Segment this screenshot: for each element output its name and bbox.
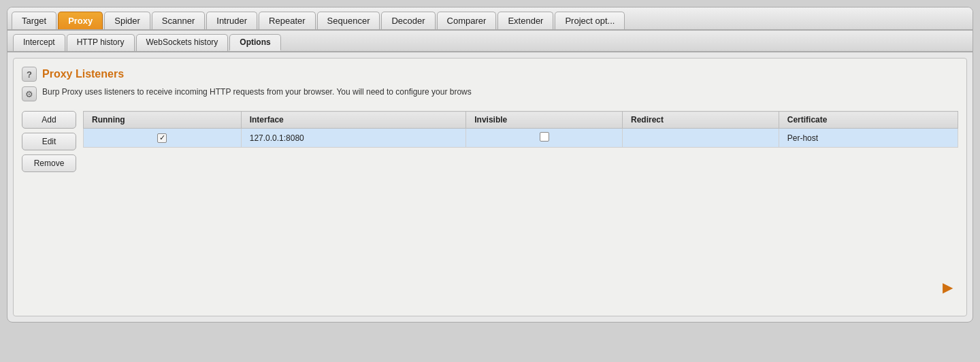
- certificate-cell: Per-host: [779, 129, 958, 148]
- top-tab-target[interactable]: Target: [12, 12, 56, 29]
- second-tab-websockets-history[interactable]: WebSockets history: [136, 34, 229, 51]
- second-tab-bar: InterceptHTTP historyWebSockets historyO…: [7, 31, 973, 52]
- top-tab-repeater[interactable]: Repeater: [259, 12, 315, 29]
- interface-cell: 127.0.0.1:8080: [241, 129, 466, 148]
- top-tab-decoder[interactable]: Decoder: [381, 12, 435, 29]
- main-content: ? Proxy Listeners ⚙ Burp Proxy uses list…: [13, 58, 967, 316]
- top-tab-sequencer[interactable]: Sequencer: [317, 12, 380, 29]
- col-header-invisible: Invisible: [466, 112, 623, 129]
- running-checkbox[interactable]: ✓: [157, 133, 167, 143]
- app-window: TargetProxySpiderScannerIntruderRepeater…: [7, 7, 973, 323]
- running-cell: ✓: [84, 129, 242, 148]
- edit-button[interactable]: Edit: [22, 133, 76, 150]
- col-header-running: Running: [84, 112, 242, 129]
- top-tab-scanner[interactable]: Scanner: [152, 12, 205, 29]
- second-tab-options[interactable]: Options: [229, 34, 280, 51]
- gear-icon[interactable]: ⚙: [22, 86, 37, 101]
- invisible-cell: [466, 129, 623, 148]
- top-tab-project-opt-[interactable]: Project opt...: [555, 12, 625, 29]
- table-header-row: RunningInterfaceInvisibleRedirectCertifi…: [84, 112, 958, 129]
- table-row[interactable]: ✓127.0.0.1:8080Per-host: [84, 129, 958, 148]
- top-tab-bar: TargetProxySpiderScannerIntruderRepeater…: [7, 7, 973, 31]
- col-header-redirect: Redirect: [622, 112, 779, 129]
- section-header: ? Proxy Listeners: [22, 67, 958, 82]
- section-description: Burp Proxy uses listeners to receive inc…: [42, 86, 472, 98]
- redirect-cell: [622, 129, 779, 148]
- listeners-table: RunningInterfaceInvisibleRedirectCertifi…: [83, 111, 958, 148]
- col-header-certificate: Certificate: [779, 112, 958, 129]
- remove-button[interactable]: Remove: [22, 154, 76, 172]
- action-buttons: Add Edit Remove: [22, 111, 76, 172]
- table-body: ✓127.0.0.1:8080Per-host: [84, 129, 958, 148]
- second-tab-http-history[interactable]: HTTP history: [67, 34, 135, 51]
- top-tab-comparer[interactable]: Comparer: [437, 12, 497, 29]
- table-area: Add Edit Remove RunningInterfaceInvisibl…: [22, 111, 958, 172]
- scroll-arrow-right[interactable]: ▶: [943, 279, 953, 295]
- section-desc-row: ⚙ Burp Proxy uses listeners to receive i…: [22, 86, 958, 101]
- top-tab-extender[interactable]: Extender: [497, 12, 553, 29]
- top-tab-intruder[interactable]: Intruder: [206, 12, 257, 29]
- second-tab-intercept[interactable]: Intercept: [13, 34, 65, 51]
- top-tab-spider[interactable]: Spider: [104, 12, 150, 29]
- help-icon[interactable]: ?: [22, 67, 37, 82]
- add-button[interactable]: Add: [22, 111, 76, 129]
- section-title: Proxy Listeners: [42, 68, 124, 80]
- col-header-interface: Interface: [241, 112, 466, 129]
- top-tab-proxy[interactable]: Proxy: [58, 12, 103, 29]
- invisible-checkbox[interactable]: [540, 132, 549, 142]
